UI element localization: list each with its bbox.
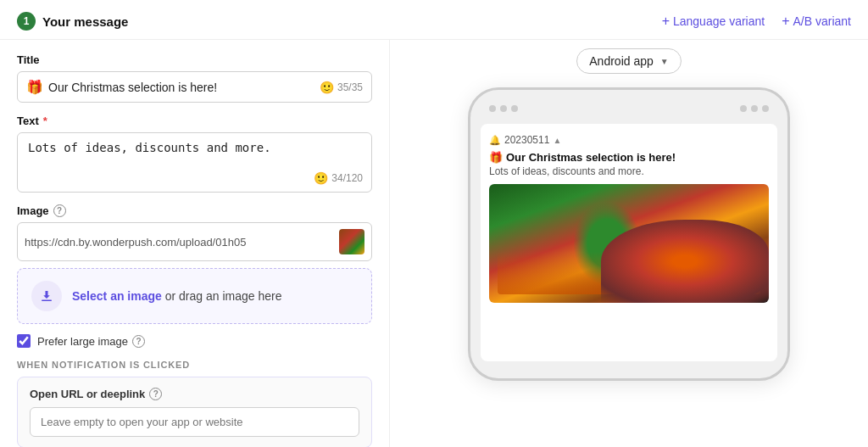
plus-icon: + — [662, 14, 670, 29]
prefer-large-row: Prefer large image ? — [17, 334, 372, 348]
device-label: Android app — [589, 54, 654, 68]
url-section-box: Open URL or deeplink ? — [17, 377, 372, 447]
download-icon — [39, 288, 54, 304]
upload-area[interactable]: Select an image or drag an image here — [17, 268, 372, 324]
select-image-label[interactable]: Select an image — [72, 289, 162, 303]
image-thumbnail — [339, 229, 364, 254]
notif-emoji: 🎁 — [489, 151, 503, 164]
phone-dot-5 — [751, 105, 758, 112]
notification-bar: 🔔 20230511 ▲ — [489, 134, 769, 146]
step-indicator: 1 Your message — [17, 12, 128, 31]
phone-mockup: 🔔 20230511 ▲ 🎁 Our Christmas selection i… — [468, 87, 790, 381]
drag-image-label: or drag an image here — [162, 289, 282, 303]
preview-toolbar: Android app ▼ — [576, 48, 681, 74]
phone-screen: 🔔 20230511 ▲ 🎁 Our Christmas selection i… — [481, 124, 777, 361]
caret-icon: ▲ — [553, 136, 561, 145]
url-deeplink-input[interactable] — [30, 407, 359, 437]
phone-dot-2 — [500, 105, 507, 112]
notification-body: Lots of ideas, discounts and more. — [489, 165, 769, 177]
image-label: Image ? — [17, 204, 372, 217]
title-char-count: 🙂 35/35 — [320, 81, 363, 94]
right-panel: Android app ▼ 🔔 — [390, 40, 868, 447]
prefer-large-label: Prefer large image ? — [37, 335, 145, 348]
plus-icon-2: + — [782, 14, 789, 29]
ab-variant-label: A/B variant — [793, 14, 851, 28]
prefer-large-help-icon[interactable]: ? — [132, 335, 145, 348]
header-actions: + Language variant + A/B variant — [662, 14, 851, 29]
chevron-down-icon: ▼ — [660, 57, 669, 66]
required-indicator: * — [43, 115, 47, 127]
smiley-icon: 🙂 — [320, 81, 334, 94]
phone-dots-right — [740, 105, 769, 112]
text-area-wrapper: Lots of ideas, discounts and more. 🙂 34/… — [17, 132, 372, 193]
title-input[interactable] — [48, 81, 314, 94]
page-header: 1 Your message + Language variant + A/B … — [0, 0, 868, 40]
image-url-row[interactable] — [17, 222, 372, 261]
language-variant-button[interactable]: + Language variant — [662, 14, 765, 29]
open-url-help-icon[interactable]: ? — [149, 388, 162, 400]
smiley-icon-2: 🙂 — [314, 171, 328, 185]
phone-dot-6 — [762, 105, 769, 112]
step-number: 1 — [17, 12, 36, 31]
language-variant-label: Language variant — [673, 14, 765, 28]
upload-text: Select an image or drag an image here — [72, 289, 281, 303]
open-url-title: Open URL or deeplink ? — [30, 388, 359, 400]
notification-image — [489, 184, 769, 303]
upload-icon-circle — [31, 281, 62, 311]
text-label: Text * — [17, 115, 372, 127]
svg-rect-0 — [42, 300, 52, 302]
when-clicked-heading: WHEN NOTIFICATION IS CLICKED — [17, 360, 372, 370]
main-layout: Title 🎁 🙂 35/35 Text * Lots of ideas, di… — [0, 40, 868, 447]
text-char-count: 🙂 34/120 — [314, 171, 363, 185]
prefer-large-checkbox[interactable] — [17, 334, 31, 348]
fireplace-overlay — [498, 252, 760, 294]
app-id: 20230511 — [504, 134, 549, 146]
page-title: Your message — [42, 14, 128, 29]
image-url-input[interactable] — [25, 236, 334, 249]
phone-dot-3 — [511, 105, 518, 112]
phone-dots — [489, 105, 518, 112]
title-emoji: 🎁 — [26, 79, 43, 95]
image-help-icon[interactable]: ? — [53, 204, 66, 217]
notification-title: 🎁 Our Christmas selection is here! — [489, 151, 769, 164]
ab-variant-button[interactable]: + A/B variant — [782, 14, 851, 29]
device-selector[interactable]: Android app ▼ — [576, 48, 681, 74]
left-panel: Title 🎁 🙂 35/35 Text * Lots of ideas, di… — [0, 40, 390, 447]
title-label: Title — [17, 53, 372, 66]
title-input-row[interactable]: 🎁 🙂 35/35 — [17, 71, 372, 103]
phone-dot-4 — [740, 105, 747, 112]
phone-top-bar — [481, 105, 777, 124]
phone-dot-1 — [489, 105, 496, 112]
bell-icon: 🔔 — [489, 135, 501, 146]
